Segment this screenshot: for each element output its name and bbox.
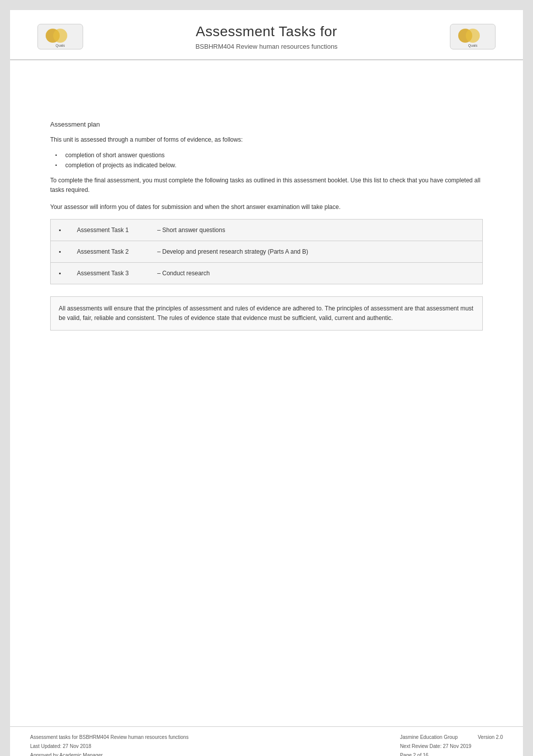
bullet-item-1: completion of short answer questions <box>65 152 483 159</box>
footer-review: Next Review Date: 27 Nov 2019 <box>400 742 471 751</box>
svg-point-2 <box>53 29 67 43</box>
svg-text:Quals: Quals <box>468 44 478 48</box>
footer-right-row3: Page 2 of 16 <box>400 751 503 756</box>
footer-left-line2: Last Updated: 27 Nov 2018 <box>30 742 189 751</box>
footer-version: Version 2.0 <box>478 733 503 742</box>
page-footer: Assessment tasks for BSBHRM404 Review hu… <box>10 726 523 756</box>
footer-page: Page 2 of 16 <box>400 751 429 756</box>
footer-right-row1: Jasmine Education Group Version 2.0 <box>400 733 503 742</box>
para1: To complete the final assessment, you mu… <box>50 176 483 195</box>
table-row: ▪ Assessment Task 3 – Conduct research <box>51 262 483 284</box>
task-desc-2: – Conduct research <box>149 262 482 284</box>
footer-right-row2: Next Review Date: 27 Nov 2019 <box>400 742 503 751</box>
task-desc-1: – Develop and present research strategy … <box>149 241 482 262</box>
main-content: Assessment plan This unit is assessed th… <box>10 60 523 726</box>
bullet-item-2: completion of projects as indicated belo… <box>65 162 483 169</box>
table-row: ▪ Assessment Task 2 – Develop and presen… <box>51 241 483 262</box>
logo-left-icon: Quals <box>35 22 85 52</box>
footer-left: Assessment tasks for BSBHRM404 Review hu… <box>30 733 189 756</box>
evidence-box: All assessments will ensure that the pri… <box>50 296 483 331</box>
task-bullet-1: ▪ <box>51 241 69 262</box>
header-title-main: Assessment Tasks for <box>90 24 443 40</box>
para2: Your assessor will inform you of dates f… <box>50 202 483 212</box>
logo-right: Quals <box>443 19 503 54</box>
footer-left-line1: Assessment tasks for BSBHRM404 Review hu… <box>30 733 189 742</box>
page-header: Quals Assessment Tasks for BSBHRM404 Rev… <box>10 10 523 60</box>
task-desc-0: – Short answer questions <box>149 219 482 241</box>
svg-point-6 <box>466 29 480 43</box>
task-name-0: Assessment Task 1 <box>69 219 149 241</box>
tasks-table: ▪ Assessment Task 1 – Short answer quest… <box>50 219 483 284</box>
footer-left-line3: Approved by Academic Manager <box>30 751 189 756</box>
section-heading: Assessment plan <box>50 121 483 128</box>
document-page: Quals Assessment Tasks for BSBHRM404 Rev… <box>10 10 523 756</box>
intro-text: This unit is assessed through a number o… <box>50 135 483 145</box>
footer-org: Jasmine Education Group <box>400 733 458 742</box>
footer-right: Jasmine Education Group Version 2.0 Next… <box>400 733 503 756</box>
header-title-block: Assessment Tasks for BSBHRM404 Review hu… <box>90 24 443 50</box>
logo-left: Quals <box>30 19 90 54</box>
task-name-1: Assessment Task 2 <box>69 241 149 262</box>
task-bullet-2: ▪ <box>51 262 69 284</box>
bullet-list: completion of short answer questions com… <box>50 152 483 169</box>
evidence-text: All assessments will ensure that the pri… <box>59 304 474 323</box>
logo-right-icon: Quals <box>448 22 498 52</box>
task-name-2: Assessment Task 3 <box>69 262 149 284</box>
task-bullet-0: ▪ <box>51 219 69 241</box>
svg-text:Quals: Quals <box>56 44 65 48</box>
header-title-sub: BSBHRM404 Review human resources functio… <box>90 43 443 50</box>
table-row: ▪ Assessment Task 1 – Short answer quest… <box>51 219 483 241</box>
